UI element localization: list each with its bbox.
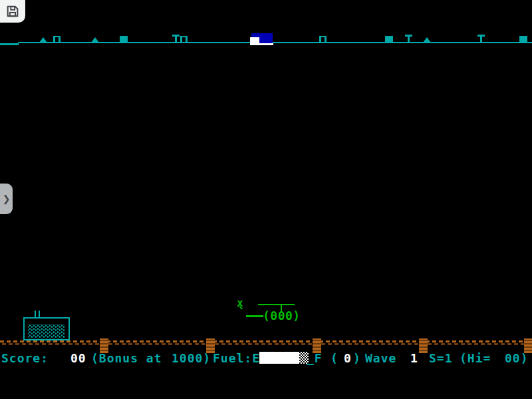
wave-value: 1 bbox=[410, 352, 418, 364]
fuel-full-label: _F bbox=[307, 352, 323, 364]
floppy-disk-icon bbox=[5, 4, 20, 19]
radar-marker-square bbox=[519, 36, 527, 43]
radar-marker-triangle bbox=[39, 37, 47, 43]
save-button[interactable] bbox=[0, 0, 25, 23]
depot-vent bbox=[39, 311, 40, 317]
ammo-paren-open: ( bbox=[331, 352, 338, 364]
depot-fill-pattern bbox=[28, 324, 65, 338]
radar-marker-tee bbox=[477, 35, 485, 43]
depot-tank bbox=[23, 317, 70, 340]
radar-viewport-underline bbox=[259, 43, 273, 45]
radar-marker-square bbox=[385, 36, 393, 43]
fuel-gauge-solid bbox=[259, 352, 299, 364]
radar-marker-tee bbox=[172, 35, 180, 43]
ground-line bbox=[0, 340, 532, 345]
emulator-canvas[interactable]: x ` (000) Score: 00 (Bonus at 1000) Fuel… bbox=[0, 0, 532, 399]
hi-score-value: 00) bbox=[505, 352, 529, 364]
radar-marker-triangle bbox=[423, 37, 431, 43]
ships-label: S=1 bbox=[429, 352, 453, 364]
bonus-value: 1000) bbox=[172, 352, 211, 364]
radar-terrain-line bbox=[0, 43, 19, 45]
score-label: Score: bbox=[1, 352, 49, 364]
radar-marker-tee bbox=[405, 35, 412, 43]
radar-marker-triangle bbox=[91, 37, 99, 43]
score-value: 00 bbox=[70, 352, 86, 364]
hi-score-label: (Hi= bbox=[460, 352, 491, 364]
status-bar: Score: 00 (Bonus at 1000) Fuel:E _F ( 0 … bbox=[0, 352, 532, 365]
radar-marker-pi bbox=[180, 36, 188, 43]
chevron-right-icon: ❯ bbox=[3, 194, 11, 204]
radar-player-marker bbox=[250, 37, 259, 45]
ammo-value: 0 bbox=[344, 352, 352, 364]
depot-vent bbox=[35, 311, 36, 317]
bonus-label: (Bonus at bbox=[91, 352, 162, 364]
radar-marker-square bbox=[120, 36, 128, 43]
wave-label: Wave bbox=[365, 352, 396, 364]
main-rotor bbox=[258, 304, 295, 305]
tail-hook-glyph: ` bbox=[237, 305, 246, 321]
radar-marker-pi bbox=[319, 36, 327, 43]
fuel-gauge bbox=[259, 352, 309, 364]
tail-boom bbox=[246, 315, 263, 317]
ammo-paren-close: ) bbox=[353, 352, 361, 364]
fuselage-glyphs: (000) bbox=[263, 309, 301, 323]
radar-marker-pi bbox=[53, 36, 61, 43]
sidebar-toggle-button[interactable]: ❯ bbox=[0, 184, 13, 214]
fence-post bbox=[419, 338, 428, 353]
fuel-label: Fuel:E bbox=[213, 352, 260, 364]
